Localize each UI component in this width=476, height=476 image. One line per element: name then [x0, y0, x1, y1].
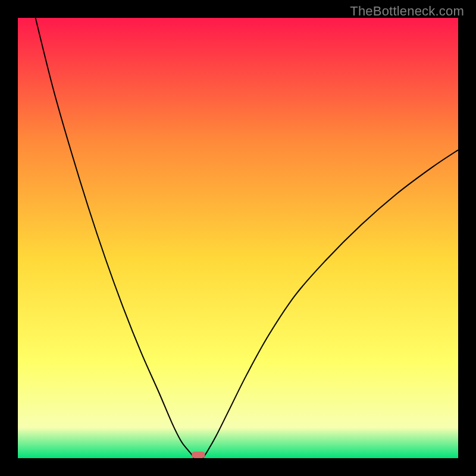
- chart-svg: [18, 18, 458, 458]
- plot-area: [18, 18, 458, 458]
- watermark-text: TheBottleneck.com: [350, 4, 464, 19]
- chart-frame: TheBottleneck.com: [0, 0, 476, 476]
- optimum-marker: [192, 452, 205, 458]
